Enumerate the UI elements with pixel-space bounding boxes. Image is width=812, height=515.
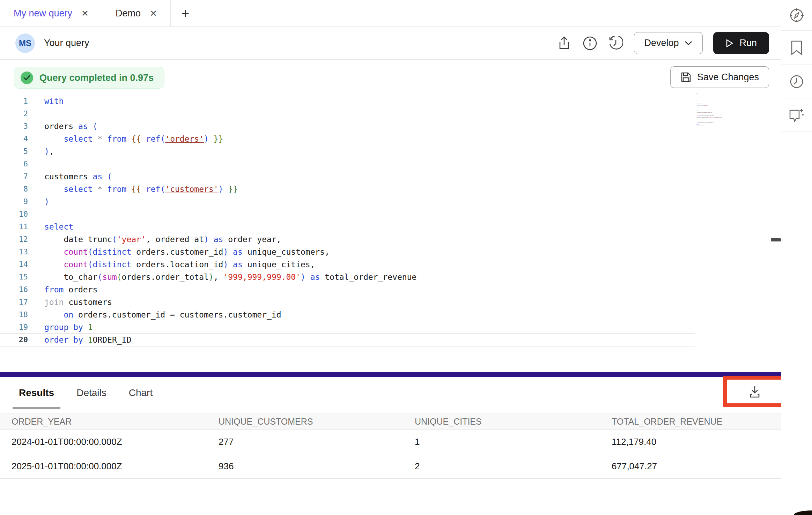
code-text: select * from {{ ref('customers') }} [44,183,238,195]
table-row[interactable]: 2025-01-01T00:00:00.000Z 936 2 677,047.2… [0,454,781,479]
clock-icon [789,74,804,89]
tab-chart[interactable]: Chart [123,377,159,409]
right-sidebar [781,0,812,515]
code-text: ), [44,145,54,158]
save-changes-button[interactable]: Save Changes [670,66,769,88]
cell-order-year: 2024-01-01T00:00:00.000Z [0,436,207,447]
download-results-button[interactable] [727,380,783,403]
code-line-18[interactable]: 18 on orders.customer_id = customers.cus… [0,308,771,321]
code-text: select [44,221,73,233]
code-text: order by 1ORDER_ID [696,125,704,127]
column-header[interactable]: UNIQUE_CUSTOMERS [207,417,403,427]
table-row[interactable]: 2024-01-01T00:00:00.000Z 277 1 112,179.4… [0,430,781,454]
tab-chart-label: Chart [129,387,153,398]
sidebar-item-ai-assistant[interactable] [781,98,812,132]
chevron-down-icon [684,40,693,46]
line-number: 6 [0,158,28,170]
line-number: 18 [0,308,28,321]
code-text: with [696,93,698,95]
tab-details[interactable]: Details [70,377,113,409]
code-line-11[interactable]: 11select [0,221,771,233]
line-number: 15 [0,271,28,283]
bookmark-icon [791,40,803,55]
line-number: 9 [0,195,28,208]
history-button[interactable] [608,36,623,51]
query-header: MS Your query Develop [0,27,781,60]
sidebar-item-history[interactable] [781,65,812,98]
code-line-17[interactable]: 17join customers [0,296,771,308]
close-icon[interactable]: ✕ [150,9,157,18]
cell-total-order-revenue: 677,047.27 [600,461,781,472]
panel-divider-line [771,60,771,372]
code-line-5[interactable]: 5), [0,145,771,158]
line-number: 11 [0,221,28,233]
code-text: select * from {{ ref('orders') }} [696,98,707,100]
line-number: 16 [0,283,28,296]
share-button[interactable] [556,36,572,51]
code-line-3[interactable]: 3orders as ( [0,120,771,133]
code-text: select * from {{ ref('customers') }} [696,105,708,106]
code-line-19[interactable]: 19group by 1 [0,321,771,334]
run-button[interactable]: Run [713,32,769,54]
line-number: 8 [0,183,28,195]
minimap-content: 1with23orders as (4 select * from {{ ref… [696,93,762,127]
code-area[interactable]: 1with23orders as (4 select * from {{ ref… [0,95,771,346]
info-icon [583,36,597,51]
code-line-16[interactable]: 16from orders [0,283,771,296]
run-label: Run [739,38,757,48]
code-text: count(distinct orders.location_id) as un… [44,258,315,271]
results-divider-bar[interactable] [0,372,781,377]
info-button[interactable] [582,36,598,51]
code-text: with [44,95,64,107]
ai-chat-sparkles-icon [789,107,805,123]
code-line-15[interactable]: 15 to_char(sum(orders.order_total), '999… [0,271,771,283]
tab-my-new-query[interactable]: My new query ✕ [0,0,102,27]
query-status-badge: Query completed in 0.97s [14,67,164,89]
line-number: 13 [0,246,28,258]
code-line-7[interactable]: 7customers as ( [0,170,771,183]
code-line-13[interactable]: 13 count(distinct orders.customer_id) as… [0,246,771,258]
column-header[interactable]: TOTAL_ORDER_REVENUE [600,417,781,427]
tab-demo[interactable]: Demo ✕ [102,0,171,27]
results-tab-bar: Results Details Chart [0,377,781,409]
close-icon[interactable]: ✕ [81,9,89,18]
line-number: 5 [0,145,28,158]
line-number: 1 [0,95,28,107]
column-header[interactable]: ORDER_YEAR [0,417,207,427]
code-line-1[interactable]: 1with [0,95,771,107]
line-number: 20 [0,334,28,346]
column-header[interactable]: UNIQUE_CITIES [403,417,600,427]
code-text: to_char(sum(orders.order_total), '999,99… [44,271,416,283]
code-line-12[interactable]: 12 date_trunc('year', ordered_at) as ord… [0,233,771,246]
sidebar-item-explore[interactable] [781,0,812,31]
floppy-disk-icon [680,72,692,83]
develop-label: Develop [644,38,679,48]
page-title: Your query [44,38,89,48]
code-line-6[interactable]: 6 [0,158,771,170]
panel-resize-handle[interactable] [771,238,781,241]
code-line-20[interactable]: 20order by 1ORDER_ID [0,334,695,346]
code-line-2[interactable]: 2 [0,107,771,120]
code-line-9[interactable]: 9) [0,195,771,208]
line-number: 3 [0,120,28,133]
status-message: Query completed in 0.97s [39,73,154,83]
new-tab-button[interactable]: + [171,0,200,27]
code-text: join customers [44,296,112,308]
code-line-10[interactable]: 10 [0,208,771,221]
code-text: orders as ( [44,120,97,133]
code-line-14[interactable]: 14 count(distinct orders.location_id) as… [0,258,771,271]
tab-results[interactable]: Results [13,377,60,409]
check-circle-icon [21,72,33,84]
develop-button[interactable]: Develop [634,32,703,54]
line-number: 7 [0,170,28,183]
sidebar-item-bookmarks[interactable] [781,31,812,65]
cell-order-year: 2025-01-01T00:00:00.000Z [0,461,207,472]
tab-label: Demo [116,8,141,19]
code-text: group by 1 [44,321,93,334]
code-line-20[interactable]: 20order by 1ORDER_ID [696,125,768,127]
code-line-4[interactable]: 4 select * from {{ ref('orders') }} [0,133,771,145]
code-text: count(distinct orders.customer_id) as un… [44,246,330,258]
code-line-8[interactable]: 8 select * from {{ ref('customers') }} [0,183,771,195]
line-number: 10 [0,208,28,221]
code-minimap[interactable]: 1with23orders as (4 select * from {{ ref… [696,93,768,138]
